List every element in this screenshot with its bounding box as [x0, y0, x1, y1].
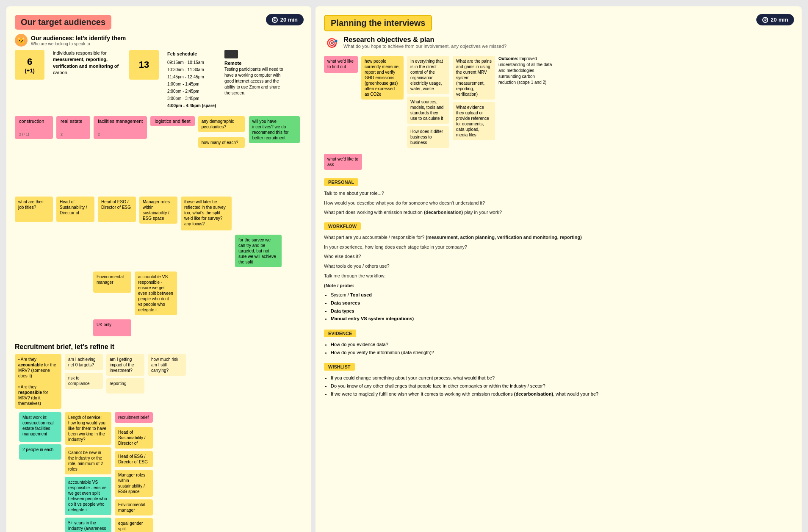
- sticky-how-differ: How does it differ business to business: [407, 126, 449, 148]
- sticky-evidence-upload: What evidence they upload or provide ref…: [453, 102, 495, 140]
- sticky-risk-compliance: risk to compliance: [65, 373, 103, 389]
- sticky-accountable-vs: accountable VS responsible - ensure we g…: [135, 272, 177, 315]
- sticky-head-esg2: Head of ESG / Director of ESG: [115, 451, 153, 467]
- yellow-col2: Length of service: how long would you li…: [65, 412, 111, 532]
- right-panel-title: Planning the interviews: [324, 15, 432, 31]
- sticky-ask: what we'd like to ask: [324, 154, 362, 170]
- sticky-env-manager: Environmental manager: [93, 272, 131, 293]
- timer-icon: ⏱: [272, 17, 278, 23]
- timer-icon-right: ⏱: [762, 17, 768, 23]
- sticky-2-people: 2 people in each: [19, 444, 61, 460]
- wishlist-bullets: If you could change something about your…: [331, 374, 793, 398]
- personal-section: PERSONAL Talk to me about your role...? …: [324, 174, 793, 216]
- wishlist-label: WISHLIST: [324, 363, 355, 371]
- sticky-manager-roles2: Manager roles within sustainability / ES…: [115, 470, 153, 497]
- research-stickies: what we'd like to find out how people cu…: [324, 56, 793, 148]
- audiences-header: 🐱 Our audiences: let's identify them Who…: [15, 34, 303, 47]
- recruitment-row2: Must work in: construction real estate f…: [19, 412, 303, 532]
- audience-card-real-estate: real estate 2: [56, 116, 90, 139]
- right-timer-badge: ⏱ 20 min: [756, 14, 794, 25]
- sticky-head-sust2: Head of Sustainability / Director of: [115, 427, 153, 449]
- sticky-impact-investment: am I getting impact of the investment?: [106, 354, 144, 376]
- number-box-1: 6 (+1): [15, 50, 44, 80]
- recruitment-sub-col: am I achieving net 0 targets? risk to co…: [65, 354, 103, 389]
- sticky-length-service: Length of service: how long would you li…: [65, 412, 111, 445]
- evidence-label: EVIDENCE: [324, 330, 356, 337]
- sticky-recruitment-brief: recruitment brief: [115, 412, 153, 423]
- sticky-env-manager2: Environmental manager: [115, 499, 153, 515]
- workflow-bullets: System / Tool used Data sources Data typ…: [331, 291, 793, 323]
- left-panel: Our target audiences ⏱ 20 min 🐱 Our audi…: [6, 6, 311, 532]
- info-text: individuals responsible for measurement,…: [53, 50, 121, 76]
- job-titles-row: what are their job titles? Head of Susta…: [15, 197, 303, 267]
- info-row: 6 (+1) individuals responsible for measu…: [15, 50, 303, 109]
- schedule-col: Feb schedule 09:15am - 10:15am 10:30am -…: [167, 50, 216, 109]
- section-sub: Who are we looking to speak to: [31, 42, 126, 46]
- audience-card-construction: construction 2 (+1): [15, 116, 53, 139]
- sticky-how-people-measure: how people currently measure, report and…: [361, 56, 404, 100]
- sticky-accountable-vs-teal: accountable VS responsible - ensure we g…: [65, 477, 111, 515]
- evidence-bullets: How do you evidence data? How do you ver…: [331, 341, 793, 356]
- avatar: 🐱: [15, 34, 28, 47]
- sticky-job-titles: what are their job titles?: [15, 197, 53, 222]
- right-panel: Planning the interviews ⏱ 20 min 🎯 Resea…: [315, 6, 802, 532]
- sticky-must-work-in: Must work in: construction real estate f…: [19, 412, 61, 442]
- sticky-how-many: how many of each?: [198, 137, 245, 148]
- sticky-direct-control: In everything that is in the direct cont…: [407, 56, 449, 94]
- sticky-survey-targeted: for the survey we can try and be targete…: [235, 235, 282, 267]
- audience-card-logistics: logistics and fleet: [150, 116, 194, 126]
- research-header: 🎯 Research objectives & plan What do you…: [324, 36, 793, 51]
- misc-stickies-area: any demographic peculiarities? how many …: [198, 116, 303, 192]
- sticky-demographic: any demographic peculiarities?: [198, 116, 245, 132]
- workflow-section: WORKFLOW What part are you accountable /…: [324, 218, 793, 323]
- remote-col: Remote Testing participants will need to…: [224, 50, 284, 96]
- sticky-risk-carrying: how much risk am I still carrying?: [148, 354, 186, 376]
- sticky-find-out: what we'd like to find out: [324, 56, 358, 73]
- number-box-2: 13: [129, 50, 159, 80]
- sticky-manager-roles: Manager roles within sustainability / ES…: [139, 197, 177, 224]
- personal-label: PERSONAL: [324, 178, 358, 186]
- audience-cards-row: construction 2 (+1) real estate 2 facili…: [15, 116, 303, 192]
- right-col3: recruitment brief Head of Sustainability…: [115, 412, 153, 532]
- sticky-head-esg: Head of ESG / Director of ESG: [98, 197, 136, 222]
- laptop-icon: [224, 50, 238, 58]
- sticky-net-zero: am I achieving net 0 targets?: [65, 354, 103, 370]
- uk-only-left-area: UK only: [93, 319, 303, 336]
- sticky-incentives: will you have incentives? we do recommen…: [249, 116, 300, 143]
- sticky-survey-split: these will later be reflected in the sur…: [181, 197, 232, 230]
- evidence-section: EVIDENCE How do you evidence data? How d…: [324, 325, 793, 356]
- sticky-5plus-years: 5+ years in the industry (awareness and …: [65, 518, 111, 532]
- recruitment-row1: • Are they accountable for the MRV? (som…: [15, 354, 303, 409]
- sticky-uk-only-left: UK only: [93, 319, 131, 336]
- more-stickies-row: Environmental manager accountable VS res…: [93, 272, 303, 315]
- sticky-pains-gains: What are the pains and gains in using th…: [453, 56, 495, 100]
- sticky-accountable-mrv: • Are they accountable for the MRV? (som…: [15, 354, 61, 409]
- outcome-text: Outcome: Improved understanding of all t…: [498, 56, 553, 86]
- recruitment-sub-col2: am I getting impact of the investment? r…: [106, 354, 144, 393]
- target-icon: 🎯: [324, 36, 339, 51]
- workflow-label: WORKFLOW: [324, 222, 361, 230]
- sticky-head-sustainability: Head of Sustainability / Director of: [56, 197, 94, 222]
- sticky-equal-gender: equal gender split: [115, 518, 153, 532]
- sticky-sources-models: What sources, models, tools and standard…: [407, 97, 449, 124]
- wishlist-section: WISHLIST If you could change something a…: [324, 359, 793, 398]
- left-timer-badge: ⏱ 20 min: [266, 14, 304, 25]
- teal-col1: Must work in: construction real estate f…: [19, 412, 61, 460]
- audience-card-facilities: facilities management 2: [94, 116, 147, 139]
- sticky-cannot-be-new: Cannot be new in the industry or the rol…: [65, 447, 111, 474]
- sticky-reporting: reporting: [106, 378, 144, 393]
- recruitment-title: Recruitment brief, let's refine it: [15, 343, 303, 351]
- left-panel-title: Our target audiences: [15, 15, 111, 30]
- section-title: Our audiences: let's identify them: [31, 35, 126, 42]
